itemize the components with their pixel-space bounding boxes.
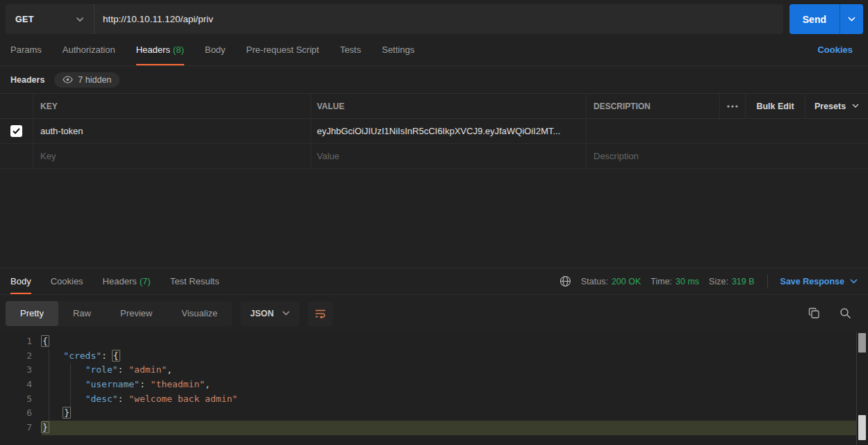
new-value-input[interactable]: Value: [311, 144, 586, 168]
checkbox-column-header: [0, 94, 33, 118]
view-mode-group: Pretty Raw Preview Visualize: [6, 301, 232, 326]
response-body-viewer: 1{2 "creds": {3 "role": "admin",4 "usern…: [0, 332, 868, 445]
response-tab-cookies[interactable]: Cookies: [51, 268, 83, 294]
chevron-down-icon: [850, 279, 858, 284]
chevron-down-icon: [282, 311, 290, 316]
status-pair: Status: 200 OK: [581, 277, 641, 286]
save-response-dropdown[interactable]: Save Response: [780, 277, 858, 286]
copy-icon[interactable]: [808, 307, 820, 319]
divider: [767, 275, 768, 289]
headers-table-header: KEY VALUE DESCRIPTION Bulk Edit Presets: [0, 93, 868, 119]
code-line: 3 "role": "admin",: [0, 363, 856, 378]
header-key-cell[interactable]: auth-token: [33, 119, 311, 143]
code-line: 1{: [0, 334, 856, 349]
time-pair: Time: 30 ms: [650, 277, 699, 286]
spacer: [238, 268, 559, 294]
search-icon[interactable]: [840, 307, 851, 319]
tab-authorization[interactable]: Authorization: [63, 34, 115, 65]
value-column-header: VALUE: [311, 94, 586, 118]
description-column-header: DESCRIPTION: [586, 94, 719, 118]
request-tabs: Params Authorization Headers (8) Body Pr…: [0, 34, 868, 66]
request-editor-blank-area: [0, 169, 868, 268]
headers-section-title: Headers: [10, 75, 44, 85]
response-meta: Status: 200 OK Time: 30 ms Size: 319 B S…: [559, 268, 858, 294]
code-scrollbar: [856, 332, 868, 445]
line-number: 5: [0, 392, 42, 407]
view-tab-pretty[interactable]: Pretty: [6, 301, 58, 326]
size-pair: Size: 319 B: [709, 277, 754, 286]
key-column-header: KEY: [33, 94, 311, 118]
code-line: 5 "desc": "welcome back admin": [0, 392, 856, 407]
tab-body[interactable]: Body: [205, 34, 226, 65]
wrap-lines-button[interactable]: [308, 301, 333, 326]
code-line: 2 "creds": {: [0, 349, 856, 364]
row-checkbox-cell: [0, 144, 33, 168]
scrollbar-thumb[interactable]: [858, 415, 866, 440]
line-number: 2: [0, 349, 42, 364]
wrap-lines-icon: [314, 309, 327, 318]
response-tools: [808, 307, 851, 319]
line-number: 3: [0, 363, 42, 378]
format-selector-dropdown[interactable]: JSON: [240, 301, 300, 326]
time-badge: 30 ms: [675, 277, 699, 286]
hidden-headers-toggle[interactable]: 7 hidden: [54, 72, 120, 88]
code-line: 7}: [0, 421, 856, 435]
send-options-button[interactable]: [840, 4, 863, 34]
chevron-down-icon: [852, 104, 859, 108]
globe-icon[interactable]: [559, 275, 571, 287]
more-actions-button[interactable]: [719, 94, 745, 118]
header-row-auth-token: auth-token eyJhbGciOiJIUzI1NiIsInR5cCI6I…: [0, 119, 868, 144]
chevron-down-icon: [848, 17, 855, 22]
tab-tests[interactable]: Tests: [340, 34, 361, 65]
new-description-input[interactable]: Description: [586, 144, 868, 168]
response-headers-count-badge: (7): [140, 276, 151, 286]
code-line: 6 }: [0, 406, 856, 421]
header-description-cell[interactable]: [586, 119, 868, 143]
tab-params[interactable]: Params: [10, 34, 42, 65]
method-select[interactable]: GET: [6, 4, 95, 34]
request-bar: GET http://10.10.11.120/api/priv Send: [6, 4, 863, 34]
spacer: [435, 34, 817, 65]
scrollbar-thumb[interactable]: [858, 333, 866, 353]
line-number: 6: [0, 406, 42, 421]
headers-count-badge: (8): [173, 44, 184, 55]
code-lines: 1{2 "creds": {3 "role": "admin",4 "usern…: [0, 334, 856, 435]
tab-headers[interactable]: Headers (8): [136, 34, 184, 65]
postman-request-view: GET http://10.10.11.120/api/priv Send Pa…: [0, 0, 868, 445]
line-number: 1: [0, 334, 42, 349]
row-checkbox-checked[interactable]: [10, 125, 22, 137]
bulk-edit-button[interactable]: Bulk Edit: [745, 94, 805, 118]
tab-pre-request-script[interactable]: Pre-request Script: [246, 34, 319, 65]
cookies-link[interactable]: Cookies: [817, 34, 853, 65]
header-value-cell[interactable]: eyJhbGciOiJIUzI1NiIsInR5cCI6IkpXVCJ9.eyJ…: [311, 119, 586, 143]
method-label: GET: [15, 15, 34, 24]
headers-subbar: Headers 7 hidden: [0, 66, 868, 93]
size-badge: 319 B: [732, 277, 755, 286]
send-button[interactable]: Send: [789, 4, 840, 34]
status-badge: 200 OK: [612, 277, 641, 286]
url-input[interactable]: http://10.10.11.120/api/priv: [95, 4, 783, 34]
response-tab-headers[interactable]: Headers (7): [103, 268, 151, 294]
chevron-down-icon: [76, 17, 84, 22]
line-number: 4: [0, 378, 42, 392]
response-tab-test-results[interactable]: Test Results: [170, 268, 220, 294]
url-box: GET http://10.10.11.120/api/priv: [6, 4, 783, 34]
row-checkbox-cell: [0, 119, 33, 143]
tab-settings[interactable]: Settings: [382, 34, 414, 65]
new-key-input[interactable]: Key: [33, 144, 311, 168]
eye-icon: [63, 76, 73, 83]
response-tab-body[interactable]: Body: [10, 268, 31, 294]
send-split-button: Send: [789, 4, 863, 34]
view-tab-preview[interactable]: Preview: [106, 301, 167, 326]
view-tab-visualize[interactable]: Visualize: [167, 301, 232, 326]
code-line: 4 "username": "theadmin",: [0, 378, 856, 392]
line-number: 7: [0, 421, 42, 435]
header-row-empty: Key Value Description: [0, 144, 868, 169]
hidden-headers-label: 7 hidden: [78, 75, 111, 85]
view-tab-raw[interactable]: Raw: [58, 301, 106, 326]
response-view-toolbar: Pretty Raw Preview Visualize JSON: [0, 295, 868, 332]
presets-dropdown[interactable]: Presets: [805, 94, 868, 118]
response-topbar: Body Cookies Headers (7) Test Results St…: [0, 268, 868, 295]
